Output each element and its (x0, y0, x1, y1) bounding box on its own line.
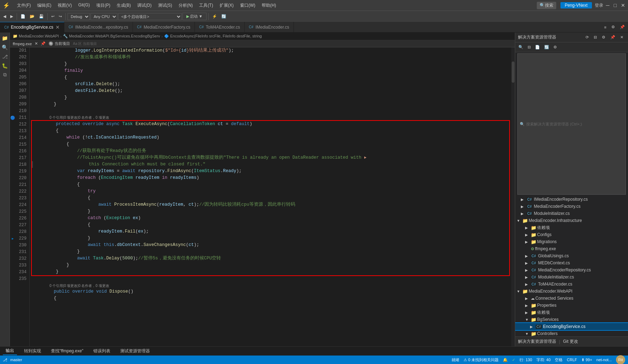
menu-file[interactable]: 文件(F) (14, 2, 34, 9)
se-tb-4[interactable]: 🔃 (542, 44, 551, 50)
output-tab-find[interactable]: 查找"ffmpeg.exe" (48, 347, 86, 355)
tree-item-properties[interactable]: ▶ 📁 Properties (515, 302, 628, 309)
app-logo: ⚡ (3, 2, 10, 9)
se-tb-1[interactable]: 🔍 (517, 44, 525, 50)
forward-button[interactable]: ▶ (8, 13, 15, 19)
ffmpeg-close[interactable]: ✕ (35, 41, 38, 46)
tree-item-mediaencoderfactory[interactable]: ▶ C# MediaEncoderFactory.cs (515, 203, 628, 210)
attach-button[interactable]: ⚡ (210, 13, 219, 19)
se-tb-2[interactable]: ⊟ (526, 44, 533, 50)
sign-in-button[interactable]: 登录 (595, 2, 603, 8)
cs-icon: C# (531, 268, 537, 272)
debug-config-dropdown[interactable]: Debug (68, 13, 90, 20)
search-icon-sidebar[interactable]: 🔍 (1, 43, 9, 52)
breadcrumb-part1[interactable]: 📁 MediaEncoder.WebAPI (13, 34, 59, 39)
tab-imediaencoderepository[interactable]: C# IMediaEncode...epository.cs (64, 22, 133, 32)
tab-tom4aencoder[interactable]: C# ToM4AEncoder.cs (195, 22, 245, 32)
save-button[interactable]: 💾 (37, 13, 46, 19)
exe-icon: ⚙ (531, 247, 534, 251)
redo-button[interactable]: ↪ (57, 13, 64, 19)
maximize-button[interactable]: □ (614, 2, 617, 8)
tree-label: MEDbContext.cs (538, 260, 570, 265)
tree-label: Migrations (537, 239, 557, 244)
menu-project[interactable]: 项目(P) (93, 2, 113, 9)
breadcrumb-part3[interactable]: 🔷 EncodeAsync(FileInfo srcFile, FileInfo… (164, 34, 262, 39)
extensions-icon[interactable]: ⧉ (1, 71, 9, 79)
tree-item-infrastructure[interactable]: ▼ 📁 MediaEncoder.Infrastructure (515, 217, 628, 224)
menu-view[interactable]: 视图(V) (55, 2, 75, 9)
tab-close-icon[interactable]: ✕ (56, 24, 60, 30)
tree-item-deps1[interactable]: ▶ 📁 依赖项 (515, 224, 628, 231)
tab-list-button[interactable]: ≡ (603, 24, 608, 30)
tab-settings-button[interactable]: ⚙ (610, 24, 617, 30)
se-search[interactable]: 🔍 搜索解决方案资源管理器 (Ctrl+;) (517, 53, 626, 195)
menu-debug[interactable]: 调试(D) (134, 2, 155, 9)
tree-item-webapi-folder[interactable]: ▼ 📁 MediaEncoder.WebAPI (515, 288, 628, 295)
git-icon[interactable]: ⎇ (1, 52, 9, 61)
open-button[interactable]: 📂 (28, 13, 36, 19)
se-close-button[interactable]: ✕ (618, 34, 625, 40)
tree-item-mediaencoderrepo[interactable]: ▶ C# MediaEncoderRepository.cs (515, 266, 628, 274)
menu-edit[interactable]: 编辑(E) (34, 2, 54, 9)
tree-arrow: ▶ (525, 233, 530, 237)
new-file-button[interactable]: 📄 (19, 13, 27, 19)
se-pin-button[interactable]: 📌 (609, 34, 617, 40)
platform-dropdown[interactable]: Any CPU (91, 13, 117, 20)
se-bottom-label2[interactable]: Git 更改 (563, 339, 578, 345)
tab-imediaencoder[interactable]: C# IMediaEncoder.cs (245, 22, 294, 32)
tree-item-tom4aencoder[interactable]: ▶ C# ToM4AEncoder.cs (515, 281, 628, 288)
vertical-scrollbar[interactable] (511, 47, 515, 346)
tree-item-bgservices[interactable]: ▼ 📁 BgServices (515, 316, 628, 323)
tree-item-ffmpegexe[interactable]: ⚙ ffmpeg.exe (515, 245, 628, 252)
search-box[interactable]: 🔍 搜索 (537, 2, 556, 9)
se-tb-3[interactable]: 📄 (533, 44, 542, 50)
menu-window[interactable]: 窗口(W) (237, 2, 258, 9)
menu-extend[interactable]: 扩展(X) (217, 2, 237, 9)
menu-help[interactable]: 帮助(H) (259, 2, 279, 9)
tree-item-medbcontext[interactable]: ▶ C# MEDbContext.cs (515, 259, 628, 266)
se-collapse-button[interactable]: ⊟ (592, 34, 599, 40)
undo-button[interactable]: ↩ (50, 13, 56, 19)
ffmpeg-pin[interactable]: 📌 (41, 41, 46, 46)
tree-item-moduleinit[interactable]: ▶ C# ModuleInitializer.cs (515, 210, 628, 217)
tree-item-imediaencoderrepo[interactable]: ▶ C# IMediaEncoderRepository.cs (515, 196, 628, 203)
tree-item-migrations[interactable]: ▶ 📁 Migrations (515, 238, 628, 245)
tree-item-globalusings[interactable]: ▶ C# GlobalUsings.cs (515, 252, 628, 259)
se-tb-5[interactable]: ⚙ (552, 44, 559, 50)
se-settings-button[interactable]: ⚙ (600, 34, 607, 40)
tree-item-encodingbgservice[interactable]: ▶ C# EncodingBgService.cs (515, 323, 628, 330)
tree-item-connected-services[interactable]: ▶ ☁ Connected Services (515, 295, 628, 302)
output-tab-test[interactable]: 测试资源管理器 (117, 347, 153, 355)
explorer-icon[interactable]: 📁 (1, 34, 9, 42)
menu-git[interactable]: Git(G) (75, 2, 93, 9)
breadcrumb-part2[interactable]: 🔧 MediaEncoder.WebAPI.BgServices.Encodin… (63, 34, 160, 39)
output-tab-output[interactable]: 输出 (3, 347, 17, 355)
tree-item-deps2[interactable]: ▶ 📁 依赖项 (515, 309, 628, 316)
se-bottom-label1[interactable]: 解决方案资源管理器 (518, 339, 556, 345)
startup-dropdown[interactable]: <多个启动项目> (118, 13, 182, 20)
tree-item-controllers[interactable]: ▼ 📁 Controllers (515, 330, 628, 336)
code-line-215: //获取所有处于Ready状态的任务 (32, 148, 509, 154)
tab-mediaencoderfactory[interactable]: C# MediaEncoderFactory.cs (133, 22, 195, 32)
menu-tools[interactable]: 工具(T) (196, 2, 216, 9)
tree-item-moduleinit2[interactable]: ▶ C# ModuleInitializer.cs (515, 274, 628, 281)
scrollbar-thumb[interactable] (512, 61, 514, 83)
output-tab-goto[interactable]: 转到实现 (21, 347, 44, 355)
menu-build[interactable]: 生成(B) (114, 2, 134, 9)
tab-pin-button[interactable]: 📌 (618, 24, 627, 30)
code-content[interactable]: logger.LogInterpolatedInformation($"Id={… (30, 47, 511, 346)
back-button[interactable]: ◀ (1, 13, 8, 19)
debug-icon[interactable]: 🐛 (1, 61, 9, 70)
tree-item-configs[interactable]: ▶ 📁 Configs (515, 231, 628, 238)
start-button[interactable]: ▶ 启动 ▼ (182, 13, 207, 20)
se-sync-button[interactable]: ⟳ (584, 34, 591, 40)
output-tab-errors[interactable]: 错误列表 (91, 347, 113, 355)
tree-label: MediaEncoder.WebAPI (529, 289, 572, 294)
menu-analyze[interactable]: 分析(N) (176, 2, 196, 9)
user-avatar[interactable]: Rit (616, 355, 625, 364)
minimize-button[interactable]: ─ (606, 2, 610, 8)
close-button[interactable]: ✕ (621, 2, 625, 8)
tab-encodingbgservice[interactable]: C# EncodingBgService.cs ✕ (0, 22, 64, 32)
menu-test[interactable]: 测试(S) (155, 2, 175, 9)
refresh-button[interactable]: 🔄 (220, 13, 228, 19)
